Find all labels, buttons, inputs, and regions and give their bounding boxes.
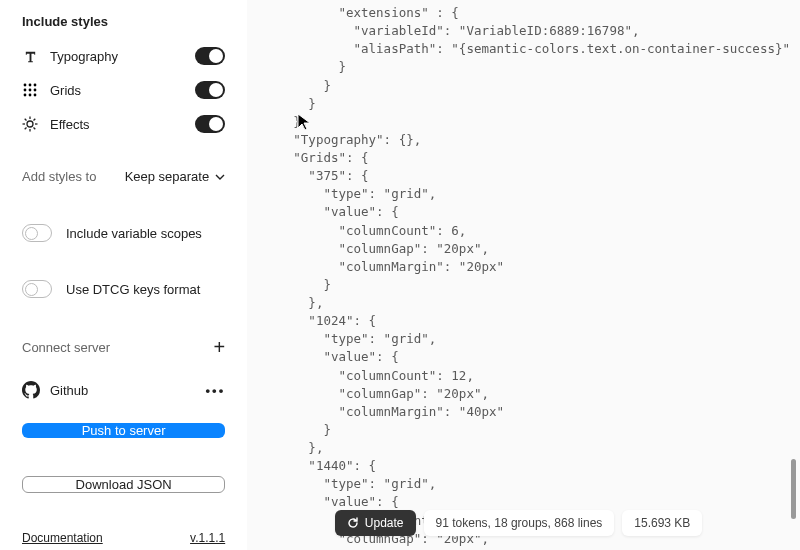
svg-point-6 <box>24 94 27 97</box>
typography-icon <box>22 48 38 64</box>
dtcg-toggle[interactable] <box>22 280 52 298</box>
grids-icon <box>22 82 38 98</box>
svg-point-8 <box>34 94 37 97</box>
server-row-github[interactable]: Github ••• <box>0 371 247 409</box>
scrollbar-thumb[interactable] <box>791 459 796 519</box>
style-label: Grids <box>50 83 183 98</box>
svg-point-4 <box>29 89 32 92</box>
server-menu-button[interactable]: ••• <box>206 383 226 398</box>
server-label: Github <box>50 383 88 398</box>
svg-line-16 <box>25 128 27 130</box>
scopes-toggle[interactable] <box>22 224 52 242</box>
typography-toggle[interactable] <box>195 47 225 65</box>
svg-point-9 <box>27 121 33 127</box>
grids-toggle[interactable] <box>195 81 225 99</box>
documentation-link[interactable]: Documentation <box>22 531 103 545</box>
summary-chip: 91 tokens, 18 groups, 868 lines <box>424 510 615 536</box>
scopes-label: Include variable scopes <box>66 226 202 241</box>
add-styles-to-label: Add styles to <box>22 169 96 184</box>
add-styles-to-row: Add styles to Keep separate <box>0 155 247 198</box>
svg-point-7 <box>29 94 32 97</box>
add-server-button[interactable]: + <box>214 336 226 359</box>
add-styles-to-select[interactable]: Keep separate <box>125 169 226 184</box>
effects-toggle[interactable] <box>195 115 225 133</box>
chevron-down-icon <box>215 172 225 182</box>
style-row-effects: Effects <box>22 107 225 141</box>
style-row-typography: Typography <box>22 39 225 73</box>
svg-point-5 <box>34 89 37 92</box>
dtcg-label: Use DTCG keys format <box>66 282 200 297</box>
connect-server-row: Connect server + <box>0 324 247 371</box>
status-bar: Update 91 tokens, 18 groups, 868 lines 1… <box>247 510 790 536</box>
style-label: Typography <box>50 49 183 64</box>
refresh-icon <box>347 517 359 529</box>
scrollbar[interactable] <box>791 15 796 525</box>
size-chip: 15.693 KB <box>622 510 702 536</box>
style-label: Effects <box>50 117 183 132</box>
connect-server-label: Connect server <box>22 340 110 355</box>
svg-point-2 <box>34 84 37 87</box>
svg-line-14 <box>25 119 27 121</box>
section-title: Include styles <box>22 14 225 29</box>
update-button[interactable]: Update <box>335 510 416 536</box>
svg-point-0 <box>24 84 27 87</box>
sidebar: Include styles Typography Grids Effects … <box>0 0 247 550</box>
include-styles-section: Include styles Typography Grids Effects <box>0 0 247 141</box>
push-to-server-button[interactable]: Push to server <box>22 423 225 438</box>
update-label: Update <box>365 516 404 530</box>
dtcg-row: Use DTCG keys format <box>0 268 247 310</box>
json-preview: "extensions" : { "variableId": "Variable… <box>263 4 790 550</box>
svg-line-15 <box>34 128 36 130</box>
scopes-row: Include variable scopes <box>0 212 247 254</box>
svg-point-3 <box>24 89 27 92</box>
style-row-grids: Grids <box>22 73 225 107</box>
github-icon <box>22 381 40 399</box>
add-styles-to-value: Keep separate <box>125 169 210 184</box>
svg-line-17 <box>34 119 36 121</box>
svg-point-1 <box>29 84 32 87</box>
download-json-button[interactable]: Download JSON <box>22 476 225 493</box>
effects-icon <box>22 116 38 132</box>
version-link[interactable]: v.1.1.1 <box>190 531 225 545</box>
sidebar-footer: Documentation v.1.1.1 <box>0 517 247 550</box>
code-panel: "extensions" : { "variableId": "Variable… <box>247 0 800 550</box>
